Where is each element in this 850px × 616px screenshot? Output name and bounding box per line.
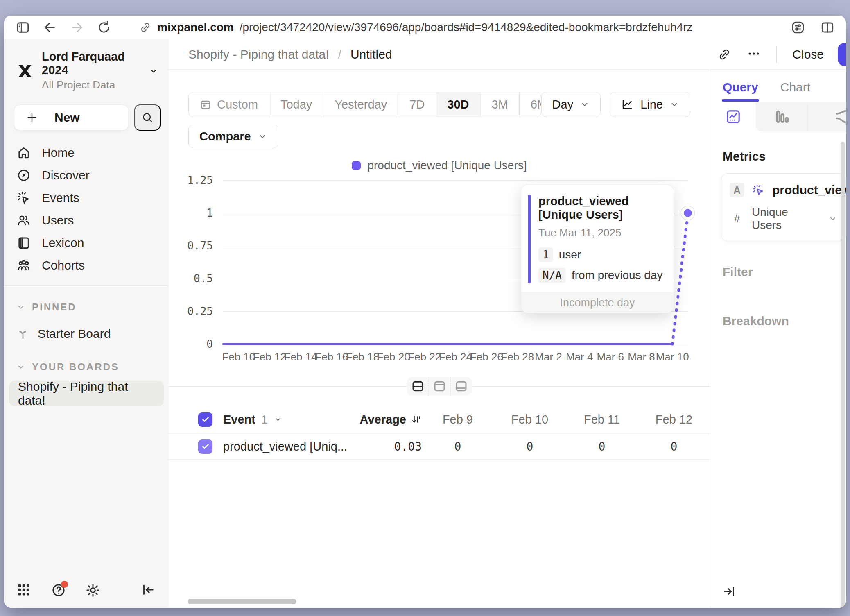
- sidebar-item-starter-board[interactable]: Starter Board: [4, 322, 169, 346]
- breadcrumb-separator: /: [338, 48, 341, 61]
- cell-value: 0: [638, 440, 710, 453]
- tab-funnels-report[interactable]: [756, 102, 808, 131]
- horizontal-scrollbar[interactable]: [188, 599, 296, 604]
- chart-legend: product_viewed [Unique Users]: [169, 159, 710, 172]
- sidebar-item-label: Cohorts: [42, 258, 85, 272]
- browser-extensions-icon[interactable]: [790, 20, 806, 35]
- range-30d[interactable]: 30D: [436, 92, 480, 117]
- table-row[interactable]: product_viewed [Uniq... 0.03 0000: [169, 433, 710, 460]
- divider: [776, 46, 777, 63]
- metric-card[interactable]: A product_viewed # Unique Users: [721, 173, 846, 241]
- average-column-header[interactable]: Average: [360, 413, 406, 426]
- tab-flows-report[interactable]: [808, 102, 846, 131]
- project-scope: All Project Data: [42, 79, 141, 91]
- sidebar-item-home[interactable]: Home: [4, 141, 169, 164]
- browser-sidebar-toggle-icon[interactable]: [15, 19, 31, 36]
- new-button-label: New: [54, 111, 80, 125]
- board-label: Starter Board: [38, 327, 111, 341]
- date-range-control: CustomTodayYesterday7D30D3M6M12MXTD: [188, 92, 541, 117]
- chevron-down-icon: [16, 303, 25, 312]
- pinned-label: PINNED: [32, 301, 77, 313]
- chart-table-splitter[interactable]: [169, 373, 710, 400]
- compare-label: Compare: [199, 130, 251, 143]
- sidebar-item-users[interactable]: Users: [4, 209, 169, 231]
- notification-dot: [61, 581, 68, 588]
- browser-back-icon[interactable]: [42, 19, 58, 36]
- url-host: mixpanel.com: [157, 21, 234, 34]
- address-bar[interactable]: mixpanel.com/project/3472420/view/397469…: [139, 21, 790, 34]
- range-custom[interactable]: Custom: [189, 92, 269, 117]
- row-checkbox[interactable]: [198, 439, 212, 454]
- pinned-section-header[interactable]: PINNED: [4, 301, 169, 313]
- chart-tooltip: product_viewed [Unique Users] Tue Mar 11…: [521, 184, 674, 313]
- your-boards-section-header[interactable]: YOUR BOARDS: [4, 361, 169, 373]
- browser-split-view-icon[interactable]: [820, 20, 835, 35]
- aggregation-symbol: #: [730, 213, 744, 225]
- new-button[interactable]: New: [14, 104, 129, 131]
- flows-icon: [834, 108, 846, 126]
- legend-label: product_viewed [Unique Users]: [367, 159, 527, 172]
- chart-type-dropdown[interactable]: Line: [610, 92, 690, 117]
- breadcrumb-board[interactable]: Shopify - Piping that data!: [188, 48, 329, 61]
- date-column-header[interactable]: Feb 12: [638, 413, 710, 426]
- range-yesterday[interactable]: Yesterday: [323, 92, 398, 117]
- layout-table-only-button[interactable]: [450, 377, 472, 396]
- gear-icon[interactable]: [85, 582, 101, 598]
- close-button[interactable]: Close: [792, 48, 824, 61]
- event-column-header[interactable]: Event: [223, 413, 255, 426]
- apps-grid-icon[interactable]: [16, 582, 32, 598]
- tab-insights-report[interactable]: [710, 102, 756, 131]
- layout-chart-only-button[interactable]: [429, 377, 450, 396]
- granularity-label: Day: [552, 98, 574, 111]
- help-icon[interactable]: [51, 582, 66, 598]
- more-options-icon[interactable]: [747, 47, 761, 62]
- sidebar-nav: Home Discover Events Users Lexicon: [4, 135, 169, 276]
- sidebar-item-lexicon[interactable]: Lexicon: [4, 231, 169, 254]
- seedling-icon: [16, 327, 29, 340]
- results-table: Event 1 Average Feb 9Feb 10Feb 11Feb 12: [169, 405, 710, 460]
- collapse-panel-icon[interactable]: [722, 584, 737, 599]
- chevron-down-icon: [258, 131, 267, 141]
- save-button-partial[interactable]: [838, 43, 846, 66]
- collapse-sidebar-icon[interactable]: [141, 582, 156, 598]
- range-today[interactable]: Today: [269, 92, 323, 117]
- copy-link-icon[interactable]: [717, 48, 731, 61]
- sidebar-item-board-shopify[interactable]: Shopify - Piping that data!: [9, 381, 164, 406]
- project-switcher[interactable]: Lord Farquaad 2024 All Project Data: [4, 39, 169, 95]
- cell-value: 0: [422, 440, 494, 453]
- sidebar: Lord Farquaad 2024 All Project Data New: [4, 39, 169, 608]
- browser-forward-icon[interactable]: [69, 19, 85, 36]
- range-3m[interactable]: 3M: [480, 92, 519, 117]
- sort-icon[interactable]: [411, 414, 422, 425]
- sidebar-item-discover[interactable]: Discover: [4, 164, 169, 186]
- search-button[interactable]: [134, 104, 161, 131]
- url-link-icon: [139, 21, 151, 34]
- sidebar-item-events[interactable]: Events: [4, 186, 169, 209]
- compare-dropdown[interactable]: Compare: [188, 125, 278, 148]
- breadcrumb-page-title[interactable]: Untitled: [350, 48, 392, 61]
- cohorts-icon: [16, 258, 31, 273]
- sidebar-bottom-bar: [4, 573, 169, 608]
- range-7d[interactable]: 7D: [398, 92, 436, 117]
- tab-query[interactable]: Query: [723, 80, 758, 102]
- tooltip-delta-label: from previous day: [572, 269, 663, 282]
- layout-split-button[interactable]: [407, 377, 429, 396]
- cell-value: 0: [494, 440, 566, 453]
- browser-reload-icon[interactable]: [96, 19, 112, 36]
- select-all-checkbox[interactable]: [198, 412, 212, 427]
- range-6m[interactable]: 6M: [519, 92, 541, 117]
- vertical-scrollbar[interactable]: [841, 142, 845, 608]
- chart-plot[interactable]: product_viewed [Unique Users] Tue Mar 11…: [169, 174, 710, 366]
- date-column-header[interactable]: Feb 11: [566, 413, 638, 426]
- sidebar-item-cohorts[interactable]: Cohorts: [4, 254, 169, 276]
- granularity-dropdown[interactable]: Day: [541, 92, 601, 117]
- aggregation-dropdown[interactable]: Unique Users: [752, 206, 821, 232]
- tooltip-value: 1: [538, 247, 553, 262]
- date-column-header[interactable]: Feb 9: [422, 413, 494, 426]
- sidebar-item-label: Discover: [42, 168, 90, 182]
- table-header-row: Event 1 Average Feb 9Feb 10Feb 11Feb 12: [169, 405, 710, 433]
- date-column-header[interactable]: Feb 10: [494, 413, 566, 426]
- tab-chart[interactable]: Chart: [780, 80, 810, 102]
- report-type-tabs: [710, 102, 846, 131]
- chevron-down-icon[interactable]: [274, 415, 283, 424]
